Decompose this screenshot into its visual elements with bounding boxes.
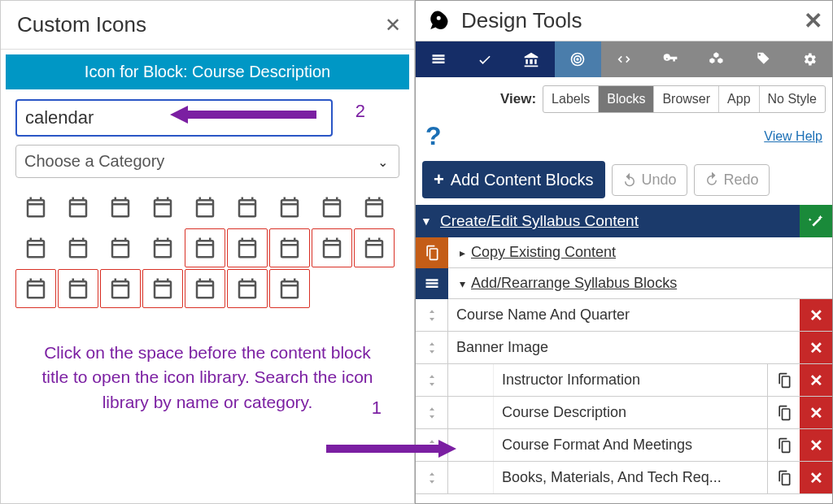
calendar-add2-icon[interactable]	[227, 228, 268, 267]
calendar-3-alt-icon[interactable]	[58, 269, 98, 308]
calendar-grid2-icon[interactable]	[142, 269, 183, 308]
cubes-icon	[709, 51, 725, 67]
delete-block-button[interactable]: ✕	[800, 397, 832, 428]
block-label: Course Name And Quarter	[448, 299, 800, 331]
view-option-labels[interactable]: Labels	[543, 86, 599, 112]
tool-target[interactable]	[555, 41, 601, 77]
drag-handle[interactable]	[416, 462, 448, 493]
list-icon	[424, 276, 440, 292]
icon-slot[interactable]	[448, 397, 494, 428]
target-icon	[569, 51, 586, 67]
chevron-down-icon: ▼	[416, 215, 437, 228]
calendar-x-solid-icon[interactable]	[100, 228, 141, 267]
check-icon	[477, 51, 493, 67]
annotation-label-2: 2	[355, 101, 365, 122]
drag-handle[interactable]	[416, 364, 448, 396]
view-help-link[interactable]: View Help	[764, 129, 822, 144]
calendar-clock2-icon[interactable]	[312, 228, 352, 267]
tool-code[interactable]	[601, 41, 648, 77]
calendar-check-solid-icon[interactable]	[185, 188, 225, 227]
delete-block-button[interactable]: ✕	[800, 332, 832, 363]
redo-button[interactable]: Redo	[694, 164, 770, 196]
drag-handle[interactable]	[416, 397, 448, 428]
subsection-add-rearrange[interactable]: ▾ Add/Rearrange Syllabus Blocks	[416, 268, 832, 299]
calendar-day-icon[interactable]	[269, 188, 310, 227]
bank-icon	[523, 51, 539, 67]
calendar-alt-icon[interactable]	[100, 188, 141, 227]
calendar-outline-icon[interactable]	[58, 188, 98, 227]
drag-handle[interactable]	[416, 299, 448, 331]
plus-icon: +	[434, 169, 444, 190]
list-icon	[430, 51, 447, 67]
redo-icon	[704, 172, 719, 187]
calendar-grid-icon[interactable]	[354, 188, 395, 227]
calendar-grid3-icon[interactable]	[185, 269, 225, 308]
tag-icon	[755, 51, 771, 67]
copy-block-button[interactable]	[767, 364, 800, 396]
tool-bank[interactable]	[508, 41, 555, 77]
delete-block-button[interactable]: ✕	[800, 364, 832, 396]
tool-check[interactable]	[462, 41, 508, 77]
calendar-check3-icon[interactable]	[269, 269, 310, 308]
copy-block-button[interactable]	[767, 462, 800, 493]
close-icon[interactable]: ✕	[385, 14, 401, 37]
custom-icons-panel: Custom Icons ✕ Icon for Block: Course De…	[0, 0, 415, 504]
view-segmented: LabelsBlocksBrowserAppNo Style	[543, 85, 826, 113]
view-option-no-style[interactable]: No Style	[760, 86, 825, 112]
calendar-3-outline-icon[interactable]	[354, 228, 395, 267]
tool-cubes[interactable]	[693, 41, 739, 77]
undo-button[interactable]: Undo	[612, 164, 687, 196]
calendar-minus-icon[interactable]	[15, 228, 56, 267]
calendar-3-solid-icon[interactable]	[15, 269, 56, 308]
design-tools-panel: Design Tools ✕ View: LabelsBlocksBrowser…	[415, 0, 833, 504]
calendar-days-icon[interactable]	[312, 188, 352, 227]
modal-title: Custom Icons	[17, 12, 146, 37]
add-content-blocks-button[interactable]: + Add Content Blocks	[422, 161, 605, 198]
calendar-plus-solid-icon[interactable]	[58, 228, 98, 267]
chevron-down-icon: ▾	[453, 277, 471, 290]
view-option-browser[interactable]: Browser	[654, 86, 719, 112]
delete-block-button[interactable]: ✕	[800, 462, 832, 493]
block-label: Instructor Information	[494, 364, 767, 396]
wand-button[interactable]	[800, 205, 832, 237]
delete-block-button[interactable]: ✕	[800, 299, 832, 331]
view-option-app[interactable]: App	[719, 86, 759, 112]
calendar-check2-icon[interactable]	[227, 269, 268, 308]
drag-handle[interactable]	[416, 332, 448, 363]
calendar-alt-outline-icon[interactable]	[142, 188, 183, 227]
calendar-check-outline-icon[interactable]	[227, 188, 268, 227]
instructions-text: Click on the space before the content bl…	[1, 316, 414, 415]
tool-list[interactable]	[416, 41, 462, 77]
calendar-clock-icon[interactable]	[269, 228, 310, 267]
delete-block-button[interactable]: ✕	[800, 429, 832, 461]
copy-block-button[interactable]	[767, 429, 800, 461]
block-list: Course Name And Quarter✕Banner Image✕Ins…	[416, 299, 832, 494]
block-row: Books, Materials, And Tech Req...✕	[416, 462, 832, 494]
close-icon[interactable]: ✕	[804, 7, 822, 34]
design-toolbar	[416, 41, 832, 77]
annotation-arrow-1	[326, 438, 456, 459]
calendar-solid-icon[interactable]	[15, 188, 56, 227]
design-tools-title: Design Tools	[461, 8, 804, 33]
block-label: Banner Image	[448, 332, 800, 363]
section-create-edit[interactable]: ▼ Create/Edit Syllabus Content	[416, 205, 832, 237]
subsection-copy-existing[interactable]: ▸ Copy Existing Content	[416, 237, 832, 268]
copy-block-button[interactable]	[767, 397, 800, 428]
block-row: Course Name And Quarter✕	[416, 299, 832, 332]
icon-slot[interactable]	[448, 364, 494, 396]
block-label: Course Format And Meetings	[494, 429, 767, 461]
block-row: Course Description✕	[416, 397, 832, 429]
view-option-blocks[interactable]: Blocks	[599, 86, 654, 112]
icon-slot[interactable]	[448, 462, 494, 493]
category-select[interactable]: Choose a Category	[15, 145, 399, 178]
calendar-x-outline-icon[interactable]	[142, 228, 183, 267]
wand-icon	[807, 212, 825, 230]
tool-tag[interactable]	[739, 41, 786, 77]
help-icon[interactable]: ?	[425, 121, 764, 151]
calendar-week-icon[interactable]	[100, 269, 141, 308]
block-label: Course Description	[494, 397, 767, 428]
annotation-arrow-2	[170, 104, 316, 125]
calendar-add-outline-icon[interactable]	[185, 228, 225, 267]
tool-gears[interactable]	[786, 41, 832, 77]
tool-key[interactable]	[647, 41, 693, 77]
